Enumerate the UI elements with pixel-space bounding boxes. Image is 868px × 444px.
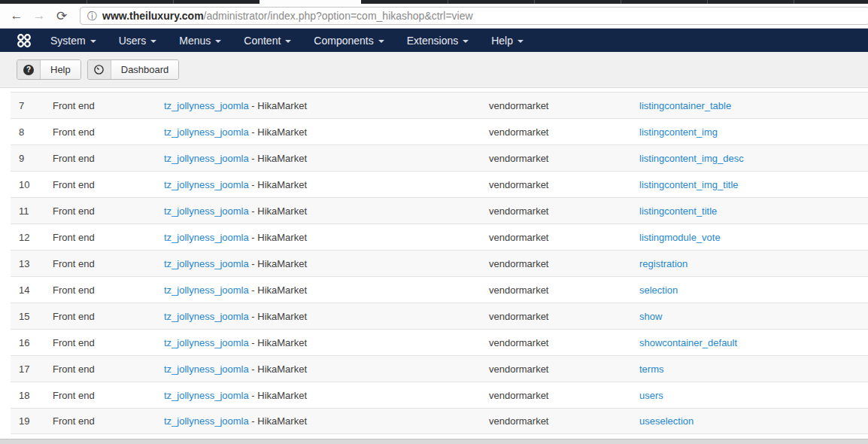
template-cell: tz_jollyness_joomla - HikaMarket (164, 100, 489, 111)
template-link[interactable]: tz_jollyness_joomla (164, 284, 249, 296)
menu-extensions[interactable]: Extensions (396, 29, 480, 52)
template-link[interactable]: tz_jollyness_joomla (164, 205, 249, 217)
template-link[interactable]: tz_jollyness_joomla (164, 100, 249, 111)
template-suffix: - HikaMarket (249, 311, 307, 322)
menu-label: Content (244, 35, 281, 47)
view-file-link[interactable]: show (639, 311, 662, 322)
template-link[interactable]: tz_jollyness_joomla (164, 153, 249, 164)
active-browser-tab[interactable] (259, 0, 361, 4)
template-suffix: - HikaMarket (249, 415, 307, 427)
view-file-link[interactable]: selection (639, 284, 678, 296)
template-cell: tz_jollyness_joomla - HikaMarket (164, 390, 489, 401)
menu-label: Extensions (407, 35, 458, 47)
view-file-link[interactable]: listingcontent_img_desc (639, 153, 744, 164)
menu-components[interactable]: Components (302, 29, 395, 52)
template-suffix: - HikaMarket (249, 390, 307, 401)
view-file-link[interactable]: listingcontainer_table (639, 100, 731, 111)
row-number: 7 (11, 100, 53, 111)
menu-label: Users (119, 35, 147, 47)
table-row: 8 Front end tz_jollyness_joomla - HikaMa… (11, 118, 868, 144)
template-link[interactable]: tz_jollyness_joomla (164, 232, 249, 243)
help-icon: ? (17, 60, 41, 79)
template-suffix: - HikaMarket (249, 258, 307, 269)
browser-tab-strip[interactable] (0, 0, 868, 4)
dashboard-button-label: Dashboard (111, 60, 179, 79)
template-link[interactable]: tz_jollyness_joomla (164, 363, 249, 375)
view-file-link[interactable]: users (639, 390, 663, 401)
view-file-link[interactable]: useselection (639, 415, 693, 427)
table-row: 17 Front end tz_jollyness_joomla - HikaM… (11, 355, 868, 382)
file-cell: show (639, 311, 868, 322)
row-number: 13 (11, 258, 53, 269)
view-type: Front end (53, 100, 164, 111)
row-number: 11 (11, 205, 53, 217)
template-cell: tz_jollyness_joomla - HikaMarket (164, 363, 489, 375)
menu-system[interactable]: System (39, 29, 108, 52)
view-file-link[interactable]: terms (639, 363, 664, 375)
file-cell: listingcontent_img (639, 126, 868, 138)
page-info-icon[interactable]: ⓘ (87, 11, 97, 21)
row-number: 14 (11, 284, 53, 296)
menu-name: vendormarket (489, 100, 639, 111)
template-suffix: - HikaMarket (249, 179, 307, 190)
view-file-link[interactable]: showcontainer_default (639, 337, 737, 348)
forward-icon[interactable]: → (30, 7, 48, 25)
view-file-link[interactable]: listingmodule_vote (639, 232, 721, 243)
template-cell: tz_jollyness_joomla - HikaMarket (164, 153, 489, 164)
view-file-link[interactable]: listingcontent_title (639, 205, 717, 217)
view-type: Front end (53, 232, 164, 243)
template-link[interactable]: tz_jollyness_joomla (164, 311, 249, 322)
back-icon[interactable]: ← (8, 7, 26, 25)
view-type: Front end (53, 390, 164, 401)
help-button[interactable]: ? Help (17, 59, 81, 80)
template-suffix: - HikaMarket (249, 337, 307, 348)
file-cell: listingmodule_vote (639, 232, 868, 243)
view-type: Front end (53, 337, 164, 348)
view-type: Front end (53, 415, 164, 427)
table-row: 12 Front end tz_jollyness_joomla - HikaM… (11, 224, 868, 250)
help-button-label: Help (41, 60, 80, 79)
tab-divider (621, 0, 621, 4)
chevron-down-icon (90, 40, 96, 43)
menu-menus[interactable]: Menus (168, 29, 232, 52)
menu-name: vendormarket (489, 153, 639, 164)
template-suffix: - HikaMarket (249, 205, 307, 217)
template-cell: tz_jollyness_joomla - HikaMarket (164, 179, 489, 190)
menu-users[interactable]: Users (108, 29, 168, 52)
view-type: Front end (53, 258, 164, 269)
tab-divider (534, 0, 535, 4)
template-link[interactable]: tz_jollyness_joomla (164, 126, 249, 138)
menu-name: vendormarket (489, 311, 639, 322)
reload-icon[interactable]: ⟳ (53, 7, 71, 25)
tab-divider (448, 0, 448, 4)
view-file-link[interactable]: registration (639, 258, 687, 269)
template-link[interactable]: tz_jollyness_joomla (164, 390, 249, 401)
tab-divider (794, 0, 794, 4)
view-file-link[interactable]: listingcontent_img_title (639, 179, 739, 190)
template-suffix: - HikaMarket (249, 126, 307, 138)
row-number: 10 (11, 179, 53, 190)
menu-name: vendormarket (489, 258, 639, 269)
url-text: www.theiluxury.com/administrator/index.p… (102, 10, 473, 22)
file-cell: registration (639, 258, 868, 269)
dashboard-button[interactable]: Dashboard (87, 59, 180, 80)
table-row: 7 Front end tz_jollyness_joomla - HikaMa… (11, 92, 868, 118)
chevron-down-icon (517, 40, 524, 43)
menu-content[interactable]: Content (232, 29, 302, 52)
menu-help[interactable]: Help (480, 29, 535, 52)
url-bar[interactable]: ⓘ www.theiluxury.com/administrator/index… (80, 7, 868, 25)
view-file-link[interactable]: listingcontent_img (639, 126, 718, 138)
url-path: /administrator/index.php?option=com_hika… (204, 10, 473, 22)
template-link[interactable]: tz_jollyness_joomla (164, 337, 249, 348)
template-link[interactable]: tz_jollyness_joomla (164, 415, 249, 427)
chevron-down-icon (378, 40, 384, 43)
browser-toolbar: ← → ⟳ ⓘ www.theiluxury.com/administrator… (0, 4, 868, 29)
menu-name: vendormarket (489, 205, 639, 217)
view-type: Front end (53, 205, 164, 217)
row-number: 18 (11, 390, 53, 401)
template-link[interactable]: tz_jollyness_joomla (164, 258, 249, 269)
joomla-logo-icon (17, 33, 32, 48)
template-link[interactable]: tz_jollyness_joomla (164, 179, 249, 190)
menu-name: vendormarket (489, 415, 639, 427)
chevron-down-icon (285, 40, 291, 43)
